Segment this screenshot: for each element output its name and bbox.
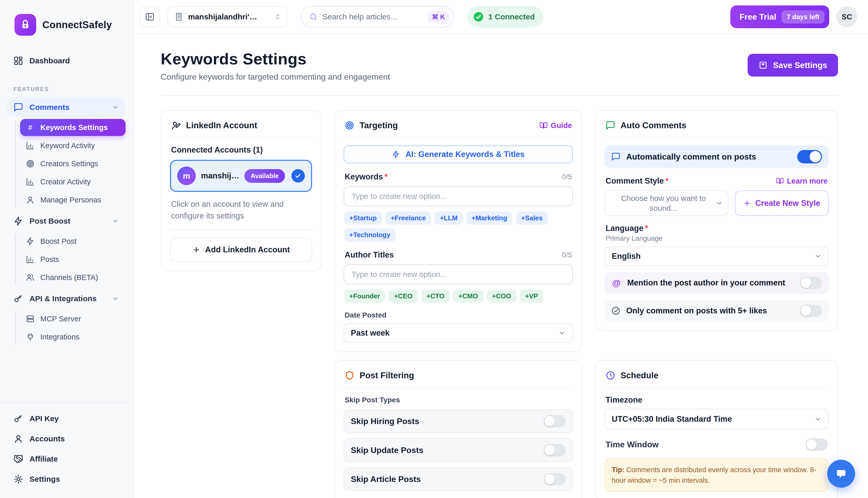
sidebar-item-api-key[interactable]: API Key xyxy=(7,409,125,428)
sidebar-item-creators-settings[interactable]: Creators Settings xyxy=(20,155,125,172)
sidebar-item-creator-activity[interactable]: Creator Activity xyxy=(20,173,125,190)
timezone-select[interactable]: UTC+05:30 India Standard Time xyxy=(605,409,829,430)
bar-chart-icon xyxy=(26,255,35,264)
skip-row-label: Skip Article Posts xyxy=(351,474,544,484)
learn-more-link[interactable]: Learn more xyxy=(776,177,828,185)
building-icon xyxy=(174,12,184,22)
connected-account-item[interactable]: m manshij… Available xyxy=(170,160,312,192)
chevron-down-icon xyxy=(112,103,119,111)
keyboard-shortcut-badge: ⌘ K xyxy=(428,11,449,23)
ai-generate-label: AI: Generate Keywords & Titles xyxy=(405,150,525,159)
timezone-label: Timezone xyxy=(606,395,642,405)
author-suggestion-pill[interactable]: +Founder xyxy=(344,290,385,303)
sidebar-item-label: Keywords Settings xyxy=(40,123,108,132)
sidebar-item-keyword-activity[interactable]: Keyword Activity xyxy=(20,137,125,154)
author-suggestion-pill[interactable]: +CMO xyxy=(453,290,483,303)
header-divider xyxy=(161,95,838,96)
sidebar-group-post-boost[interactable]: Post Boost xyxy=(7,211,125,231)
page-subtitle: Configure keywords for targeted commenti… xyxy=(161,72,390,82)
book-open-icon xyxy=(539,121,548,130)
language-value: English xyxy=(612,252,814,261)
ai-generate-button[interactable]: AI: Generate Keywords & Titles xyxy=(343,145,573,163)
skip-hiring-toggle[interactable] xyxy=(544,415,566,428)
sidebar-item-integrations[interactable]: Integrations xyxy=(20,328,125,345)
keyword-suggestion-pill[interactable]: +Startup xyxy=(344,211,382,225)
lock-logo-icon xyxy=(14,14,36,36)
server-icon xyxy=(26,314,35,323)
author-titles-input[interactable] xyxy=(343,264,573,285)
time-window-toggle[interactable] xyxy=(805,438,828,451)
chevron-down-icon xyxy=(558,329,566,337)
auto-comment-toggle[interactable] xyxy=(797,150,822,163)
sidebar-item-label: Manage Personas xyxy=(40,196,101,204)
language-select[interactable]: English xyxy=(605,247,829,266)
sidebar-collapse-button[interactable] xyxy=(139,6,160,27)
author-titles-count: 0/5 xyxy=(562,251,572,259)
author-titles-label: Author Titles xyxy=(344,250,394,260)
keyword-suggestion-pill[interactable]: +LLM xyxy=(435,211,463,225)
user-avatar[interactable]: SC xyxy=(837,6,857,27)
sidebar-group-comments[interactable]: Comments xyxy=(7,98,125,117)
page-title: Keywords Settings xyxy=(161,50,390,68)
author-suggestion-pill[interactable]: +VP xyxy=(520,290,543,303)
skip-update-row: Skip Update Posts xyxy=(343,438,573,462)
sidebar-item-boost-post[interactable]: Boost Post xyxy=(20,233,125,250)
save-settings-button[interactable]: Save Settings xyxy=(748,54,838,77)
skip-update-toggle[interactable] xyxy=(544,444,566,456)
comment-style-select[interactable]: Choose how you want to sound... xyxy=(605,190,729,216)
time-window-label: Time Window xyxy=(606,440,805,449)
min-likes-toggle[interactable] xyxy=(800,305,822,317)
sidebar-item-settings[interactable]: Settings xyxy=(7,470,125,489)
clock-icon xyxy=(606,370,615,380)
sidebar-item-posts[interactable]: Posts xyxy=(20,251,125,268)
sidebar-item-label: Posts xyxy=(40,255,59,264)
mention-author-toggle[interactable] xyxy=(800,277,822,289)
auto-comments-card: Auto Comments Automatically comment on p… xyxy=(595,110,838,331)
keyword-suggestion-pill[interactable]: +Marketing xyxy=(466,211,512,225)
card-title: Post Filtering xyxy=(360,370,572,380)
keyword-suggestion-pill[interactable]: +Sales xyxy=(516,211,548,225)
author-suggestion-pill[interactable]: +COO xyxy=(487,290,516,303)
sidebar-item-label: Creators Settings xyxy=(40,159,98,168)
keyword-suggestion-pill[interactable]: +Technology xyxy=(344,228,395,241)
sidebar-item-label: Integrations xyxy=(40,333,80,341)
create-new-style-button[interactable]: Create New Style xyxy=(735,190,829,216)
skip-row-label: Skip Update Posts xyxy=(351,446,544,455)
sidebar-item-accounts[interactable]: Accounts xyxy=(7,429,125,448)
page-header: Keywords Settings Configure keywords for… xyxy=(161,50,838,82)
bar-chart-icon xyxy=(26,178,35,186)
connected-count: 1 Connected xyxy=(488,12,535,21)
author-suggestion-pill[interactable]: +CEO xyxy=(389,290,418,303)
search-input[interactable] xyxy=(322,12,423,21)
at-sign-icon: @ xyxy=(611,278,622,288)
keywords-input[interactable] xyxy=(343,186,573,206)
keyword-suggestions: +Startup +Freelance +LLM +Marketing +Sal… xyxy=(343,211,573,241)
timezone-value: UTC+05:30 India Standard Time xyxy=(612,415,814,424)
chat-launcher-button[interactable] xyxy=(827,460,855,488)
message-square-icon xyxy=(13,102,23,112)
sidebar-group-api-integrations[interactable]: API & Integrations xyxy=(7,289,125,308)
sidebar-item-keywords-settings[interactable]: # Keywords Settings xyxy=(20,119,125,136)
author-suggestion-pill[interactable]: +CTO xyxy=(421,290,450,303)
sidebar-group-label: API & Integrations xyxy=(29,294,105,303)
keyword-suggestion-pill[interactable]: +Freelance xyxy=(385,211,431,225)
account-selector[interactable]: manshijalandhri'… xyxy=(167,6,287,27)
zap-icon xyxy=(13,216,23,226)
schedule-card: Schedule Timezone UTC+05:30 India Standa… xyxy=(595,360,838,498)
sidebar-item-mcp-server[interactable]: MCP Server xyxy=(20,310,125,327)
sidebar-item-manage-personas[interactable]: Manage Personas xyxy=(20,191,125,208)
sidebar-item-affiliate[interactable]: Affiliate xyxy=(7,449,125,469)
mention-author-row: @ Mention the post author in your commen… xyxy=(605,272,829,294)
chevron-down-icon xyxy=(112,217,119,225)
add-linkedin-account-button[interactable]: Add LinkedIn Account xyxy=(170,238,312,262)
free-trial-button[interactable]: Free Trial 7 days left xyxy=(730,5,829,28)
date-posted-select[interactable]: Past week xyxy=(343,324,573,343)
skip-row-label: Skip Hiring Posts xyxy=(351,417,544,426)
skip-article-toggle[interactable] xyxy=(544,473,566,485)
sidebar-item-dashboard[interactable]: Dashboard xyxy=(7,51,125,70)
sidebar-item-label: API Key xyxy=(29,414,119,423)
comment-style-label: Comment Style* xyxy=(606,176,668,186)
guide-link[interactable]: Guide xyxy=(539,121,572,130)
card-divider xyxy=(170,230,312,230)
sidebar-item-channels[interactable]: Channels (BETA) xyxy=(20,269,125,286)
